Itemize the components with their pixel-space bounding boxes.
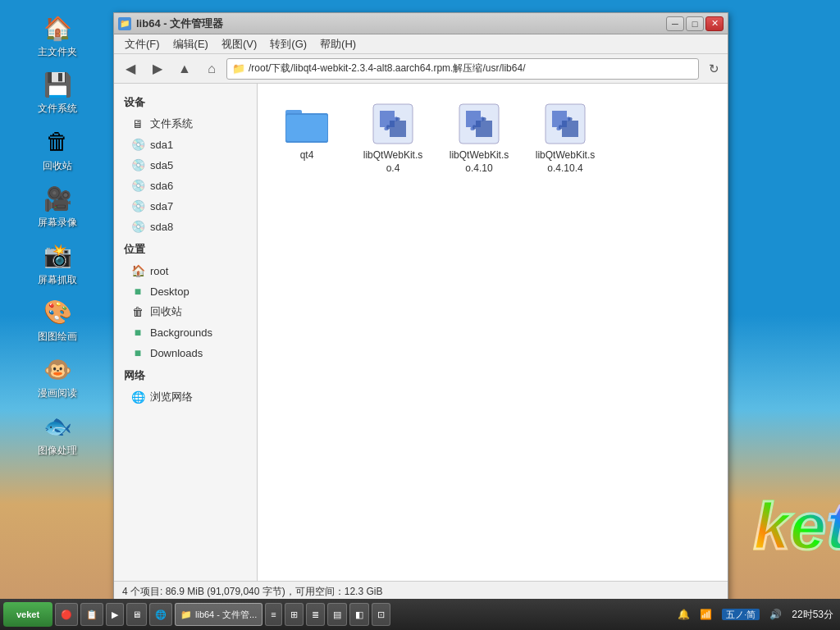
network-icon: 🌐	[130, 390, 145, 404]
desktop-icon-filesystem[interactable]: 💾 文件系统	[25, 65, 90, 117]
quicklaunch-icon-5: 🌐	[155, 609, 167, 620]
menu-view[interactable]: 视图(V)	[215, 35, 263, 53]
taskbar-app-label: lib64 - 文件管...	[195, 609, 257, 621]
menu-goto[interactable]: 转到(G)	[263, 35, 313, 53]
quicklaunch-icon-1: 🔴	[61, 609, 72, 620]
taskbar-quicklaunch-2[interactable]: 📋	[80, 603, 103, 626]
menu-bar: 文件(F) 编辑(E) 视图(V) 转到(G) 帮助(H)	[114, 34, 728, 54]
taskbar-quicklaunch-8[interactable]: ≣	[306, 603, 325, 626]
tray-clock[interactable]: 22时53分	[788, 606, 837, 623]
menu-file[interactable]: 文件(F)	[118, 35, 167, 53]
window-title: lib64 - 文件管理器	[136, 16, 223, 31]
taskbar: veket 🔴 📋 ▶ 🖥 🌐 📁 lib64 - 文件管... ≡ ⊞	[0, 599, 840, 630]
taskbar-quicklaunch-10[interactable]: ◧	[349, 603, 369, 626]
sidebar-item-sda1[interactable]: 💿 sda1	[117, 135, 253, 154]
desktop-icon-imgproc[interactable]: 🐟 图像处理	[25, 407, 90, 459]
taskbar-quicklaunch-9[interactable]: ▤	[327, 603, 347, 626]
sidebar-item-sda6[interactable]: 💿 sda6	[117, 176, 253, 195]
file-item-lib3[interactable]: libQtWebKit.so.4.10.4	[528, 96, 602, 180]
up-button[interactable]: ▲	[172, 57, 197, 80]
taskbar-app-icon: 📁	[180, 609, 192, 620]
tray-signal[interactable]: 📶	[696, 607, 715, 622]
taskbar-quicklaunch-5[interactable]: 🌐	[149, 603, 172, 626]
veket-decoration: ket	[753, 489, 840, 564]
sidebar-item-desktop[interactable]: ■ Desktop	[117, 281, 253, 301]
taskbar-quicklaunch-3[interactable]: ▶	[106, 603, 124, 626]
imgproc-label: 图像处理	[38, 445, 77, 456]
close-button[interactable]: ✕	[705, 16, 724, 31]
quicklaunch-icon-9: ▤	[333, 609, 341, 620]
address-bar[interactable]: 📁 /root/下载/libqt4-webkit-2.3.4-alt8.aarc…	[226, 58, 699, 80]
quicklaunch-icon-7: ⊞	[290, 609, 298, 620]
plugin-icon-lib2	[457, 101, 502, 146]
sidebar: 设备 🖥 文件系统 💿 sda1 💿 sda5 💿 sda6	[114, 84, 258, 581]
sidebar-item-root[interactable]: 🏠 root	[117, 261, 253, 281]
plugin-icon-lib1	[371, 101, 416, 146]
drive-icon-sda6: 💿	[130, 178, 145, 193]
start-button[interactable]: veket	[3, 602, 52, 627]
address-text: /root/下载/libqt4-webkit-2.3.4-alt8.aarch6…	[249, 62, 693, 75]
downloads-icon: ■	[130, 345, 145, 360]
status-text: 4 个项目: 86.9 MiB (91,079,040 字节)，可用空间：12.…	[122, 585, 382, 599]
taskbar-quicklaunch-4[interactable]: 🖥	[126, 603, 147, 626]
sidebar-item-sda8[interactable]: 💿 sda8	[117, 217, 253, 236]
sidebar-item-recycle[interactable]: 🗑 回收站	[117, 302, 253, 322]
sidebar-item-filesystem[interactable]: 🖥 文件系统	[117, 114, 253, 134]
taskbar-quicklaunch-11[interactable]: ⊡	[372, 603, 390, 626]
sidebar-item-sda7[interactable]: 💿 sda7	[117, 196, 253, 216]
file-item-lib2[interactable]: libQtWebKit.so.4.10	[442, 96, 516, 180]
desktop-folder-icon: ■	[130, 284, 145, 299]
minimize-button[interactable]: ─	[666, 16, 684, 31]
back-button[interactable]: ◀	[118, 57, 143, 80]
ime-badge: 五ノ·简	[722, 609, 760, 620]
home-button[interactable]: ⌂	[199, 57, 224, 80]
desktop-icon-screenshot[interactable]: 📸 屏幕抓取	[25, 236, 90, 289]
desktop-icon-screencap[interactable]: 🎥 屏幕录像	[25, 179, 90, 231]
toolbar: ◀ ▶ ▲ ⌂ 📁 /root/下载/libqt4-webkit-2.3.4-a…	[114, 54, 728, 84]
maximize-button[interactable]: □	[686, 16, 704, 31]
paint-label: 图图绘画	[38, 331, 77, 342]
file-label-qt4: qt4	[300, 149, 314, 162]
quicklaunch-icon-3: ▶	[112, 609, 118, 620]
forward-button[interactable]: ▶	[145, 57, 170, 80]
sidebar-item-downloads[interactable]: ■ Downloads	[117, 343, 253, 363]
taskbar-app-filemanager[interactable]: 📁 lib64 - 文件管...	[175, 603, 262, 626]
menu-help[interactable]: 帮助(H)	[313, 35, 363, 53]
screenshot-label: 屏幕抓取	[38, 274, 77, 285]
manga-label: 漫画阅读	[38, 387, 77, 399]
file-item-lib1[interactable]: libQtWebKit.so.4	[356, 96, 430, 180]
taskbar-quicklaunch-7[interactable]: ⊞	[285, 603, 304, 626]
folder-icon-qt4	[285, 101, 330, 146]
taskbar-quicklaunch-1[interactable]: 🔴	[55, 603, 78, 626]
desktop-icon-home[interactable]: 🏠 主文件夹	[25, 8, 90, 61]
plugin-icon-lib3	[543, 101, 588, 146]
sidebar-label-sda8: sda8	[150, 221, 173, 233]
menu-edit[interactable]: 编辑(E)	[167, 35, 215, 53]
home-label: 主文件夹	[38, 46, 77, 57]
taskbar-quicklaunch-6[interactable]: ≡	[265, 603, 281, 626]
backgrounds-icon: ■	[130, 325, 145, 340]
file-area: qt4 libQtWebKit.so.4	[258, 84, 728, 581]
drive-icon-sda8: 💿	[130, 219, 145, 234]
file-label-lib2: libQtWebKit.so.4.10	[447, 149, 511, 175]
sidebar-places-title: 位置	[114, 237, 257, 260]
sidebar-devices-title: 设备	[114, 90, 257, 113]
desktop-icon-trash[interactable]: 🗑 回收站	[25, 122, 90, 175]
sidebar-label-downloads: Downloads	[150, 347, 203, 359]
tray-ime[interactable]: 五ノ·简	[719, 607, 763, 623]
desktop-icon-manga[interactable]: 🐵 漫画阅读	[25, 349, 90, 402]
file-item-qt4[interactable]: qt4	[270, 96, 344, 180]
sidebar-network-title: 网络	[114, 363, 257, 386]
tray-notifications[interactable]: 🔔	[674, 607, 693, 622]
system-tray: 🔔 📶 五ノ·简 🔊 22时53分	[674, 606, 837, 623]
reload-button[interactable]: ↻	[704, 59, 724, 79]
root-icon: 🏠	[130, 263, 145, 278]
desktop-icons: 🏠 主文件夹 💾 文件系统 🗑 回收站 🎥 屏幕录像 📸 屏幕抓取 🎨 图图绘画…	[0, 0, 115, 607]
sidebar-item-browse-network[interactable]: 🌐 浏览网络	[117, 387, 253, 407]
file-label-lib3: libQtWebKit.so.4.10.4	[533, 149, 597, 175]
desktop-icon-paint[interactable]: 🎨 图图绘画	[25, 293, 90, 345]
tray-volume[interactable]: 🔊	[766, 607, 785, 622]
sidebar-item-backgrounds[interactable]: ■ Backgrounds	[117, 322, 253, 342]
sidebar-item-sda5[interactable]: 💿 sda5	[117, 155, 253, 175]
desktop: 🏠 主文件夹 💾 文件系统 🗑 回收站 🎥 屏幕录像 📸 屏幕抓取 🎨 图图绘画…	[0, 0, 840, 630]
